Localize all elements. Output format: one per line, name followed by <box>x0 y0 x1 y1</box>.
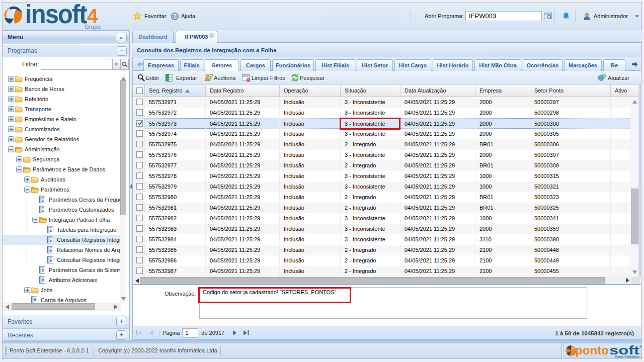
svg-text:Grupo: Grupo <box>85 24 101 30</box>
svg-text:insoft: insoft <box>25 3 88 29</box>
svg-text:ponto: ponto <box>575 343 609 357</box>
svg-text:®: ® <box>639 345 641 348</box>
svg-text:Ponto Eletrônico: Ponto Eletrônico <box>615 354 639 359</box>
svg-text:®: ® <box>83 7 87 12</box>
svg-text:?: ? <box>173 14 176 19</box>
